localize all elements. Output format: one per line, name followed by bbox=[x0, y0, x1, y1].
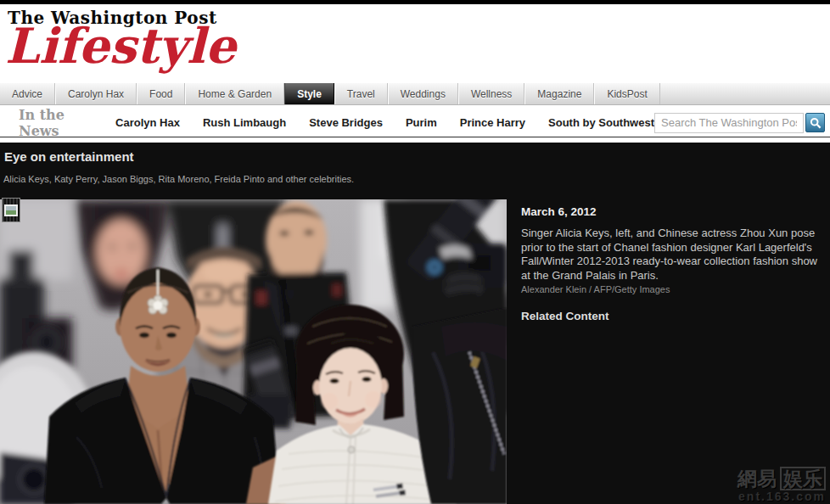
gallery-content-area: Eye on entertainment Alicia Keys, Katy P… bbox=[0, 143, 830, 504]
tab-carolyn-hax[interactable]: Carolyn Hax bbox=[55, 83, 137, 104]
watermark-section: 娱乐 bbox=[780, 467, 826, 490]
news-link-carolyn-hax[interactable]: Carolyn Hax bbox=[115, 116, 180, 129]
related-content-heading: Related Content bbox=[521, 310, 823, 322]
news-link-south-by-southwest[interactable]: South by Southwest bbox=[548, 116, 654, 129]
photo-credit: Alexander Klein / AFP/Getty Images bbox=[521, 284, 823, 294]
watermark-url: ent.163.com bbox=[737, 490, 826, 503]
primary-nav: Advice Carolyn Hax Food Home & Garden St… bbox=[0, 83, 830, 105]
in-the-news-label: In the News bbox=[19, 107, 93, 139]
tab-magazine[interactable]: Magazine bbox=[524, 83, 594, 104]
washington-post-lifestyle-page: The Washington Post Lifestyle Advice Car… bbox=[0, 0, 830, 504]
gallery-slide-icon bbox=[2, 198, 20, 222]
tab-advice[interactable]: Advice bbox=[0, 83, 55, 104]
news-link-steve-bridges[interactable]: Steve Bridges bbox=[309, 116, 383, 129]
tab-home-garden[interactable]: Home & Garden bbox=[185, 83, 284, 104]
masthead: The Washington Post Lifestyle bbox=[0, 4, 830, 83]
magnifier-icon bbox=[810, 117, 822, 129]
photo-caption-panel: March 6, 2012 Singer Alicia Keys, left, … bbox=[521, 205, 823, 322]
watermark-site: 網易 bbox=[737, 468, 777, 490]
lifestyle-section-title[interactable]: Lifestyle bbox=[5, 20, 236, 72]
tab-food[interactable]: Food bbox=[137, 83, 185, 104]
photo-illustration bbox=[0, 199, 507, 504]
netease-watermark: 網易娱乐 ent.163.com bbox=[737, 467, 826, 503]
tab-wellness[interactable]: Wellness bbox=[458, 83, 524, 104]
tab-weddings[interactable]: Weddings bbox=[388, 83, 458, 104]
search-area bbox=[654, 113, 825, 133]
photo-caption: Singer Alicia Keys, left, and Chinese ac… bbox=[521, 227, 823, 283]
news-link-rush-limbaugh[interactable]: Rush Limbaugh bbox=[203, 116, 286, 129]
photo-date: March 6, 2012 bbox=[521, 205, 823, 218]
news-link-prince-harry[interactable]: Prince Harry bbox=[460, 116, 525, 129]
tab-style[interactable]: Style bbox=[284, 83, 334, 104]
news-link-purim[interactable]: Purim bbox=[406, 116, 437, 129]
gallery-title: Eye on entertainment bbox=[4, 149, 134, 164]
in-the-news-bar: In the News Carolyn Hax Rush Limbaugh St… bbox=[0, 109, 830, 137]
gallery-photo[interactable] bbox=[0, 199, 507, 504]
search-input[interactable] bbox=[654, 113, 804, 133]
tab-kidspost[interactable]: KidsPost bbox=[594, 83, 659, 104]
tab-travel[interactable]: Travel bbox=[334, 83, 388, 104]
gallery-subtitle: Alicia Keys, Katy Perry, Jason Biggs, Ri… bbox=[3, 174, 354, 184]
search-button[interactable] bbox=[805, 113, 825, 132]
